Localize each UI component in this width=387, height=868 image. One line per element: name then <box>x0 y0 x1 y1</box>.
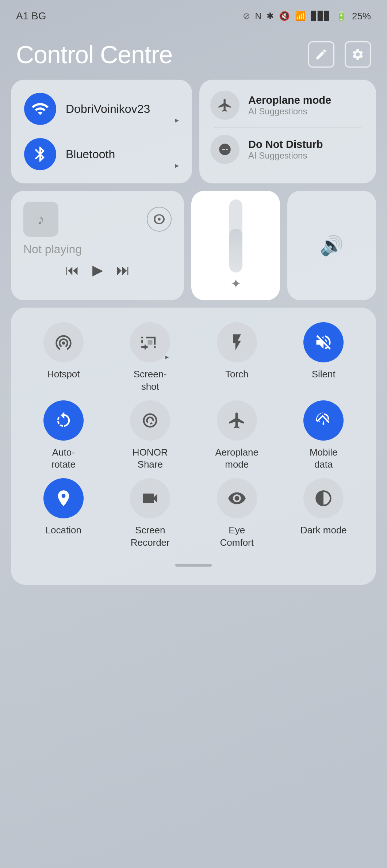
wifi-chevron: ▸ <box>175 115 179 125</box>
divider <box>214 127 361 127</box>
autorotate-icon-circle <box>43 400 84 441</box>
mobiledata-label: Mobiledata <box>310 446 338 471</box>
wifi-icon: 📶 <box>295 11 306 21</box>
brightness-card[interactable]: ✦ <box>191 191 280 300</box>
bluetooth-icon: ✱ <box>267 11 274 21</box>
toggle-eyecomfort[interactable]: EyeComfort <box>195 478 279 549</box>
darkmode-icon-circle <box>303 478 344 518</box>
svg-point-1 <box>158 218 161 221</box>
toggle-mobiledata[interactable]: Mobiledata <box>282 400 365 471</box>
settings-button[interactable] <box>345 41 371 68</box>
toggle-darkmode[interactable]: Dark mode <box>282 478 365 549</box>
toggle-aeroplanemode[interactable]: Aeroplanemode <box>195 400 279 471</box>
eyecomfort-icon-circle <box>217 478 257 518</box>
torch-label: Torch <box>225 368 249 381</box>
wifi-bluetooth-card: DobriVoinikov23 ▸ Bluetooth ▸ <box>11 80 192 183</box>
mobiledata-icon-circle <box>303 400 344 441</box>
control-centre-header: Control Centre <box>0 26 387 80</box>
aeroplane-row[interactable]: Aeroplane mode AI Suggestions <box>210 91 365 120</box>
wifi-name: DobriVoinikov23 <box>66 102 165 116</box>
wifi-icon-circle <box>24 93 56 125</box>
aeroplanemode-label: Aeroplanemode <box>215 446 258 471</box>
middle-row: ♪ Not playing ⏮ ▶ ⏭ ✦ 🔊 <box>0 191 387 300</box>
location-icon-circle <box>43 478 84 518</box>
aeroplane-title: Aeroplane mode <box>248 94 331 107</box>
darkmode-label: Dark mode <box>300 524 347 537</box>
honorshare-label: HONORShare <box>133 446 168 471</box>
eyecomfort-label: EyeComfort <box>220 524 254 549</box>
music-not-playing: Not playing <box>23 243 172 256</box>
edit-button[interactable] <box>308 41 334 68</box>
bluetooth-icon-circle <box>24 138 56 170</box>
hotspot-icon-circle <box>43 322 84 362</box>
page-title: Control Centre <box>16 40 172 69</box>
no-sim-icon: ⊘ <box>243 11 250 21</box>
brightness-bar <box>229 199 242 273</box>
play-button[interactable]: ▶ <box>92 262 103 278</box>
toggle-hotspot[interactable]: Hotspot <box>22 322 105 393</box>
dnd-text: Do Not Disturb AI Suggestions <box>248 138 323 161</box>
screenshot-icon-circle: ▸ <box>130 322 170 362</box>
volume-icon: 🔊 <box>320 235 344 257</box>
music-controls: ⏮ ▶ ⏭ <box>23 262 172 278</box>
battery-icon: 🔋 <box>336 11 347 21</box>
toggle-silent[interactable]: Silent <box>282 322 365 393</box>
bottom-indicator <box>22 556 365 570</box>
top-cards-row: DobriVoinikov23 ▸ Bluetooth ▸ Aeroplane … <box>0 80 387 183</box>
dnd-sub: AI Suggestions <box>248 151 323 161</box>
music-top: ♪ <box>23 202 172 237</box>
wifi-row[interactable]: DobriVoinikov23 ▸ <box>24 93 179 125</box>
autorotate-label: Auto-rotate <box>51 446 76 471</box>
prev-button[interactable]: ⏮ <box>65 262 79 278</box>
aeroplanemode-icon-circle <box>217 400 257 441</box>
aeroplane-text: Aeroplane mode AI Suggestions <box>248 94 331 117</box>
bluetooth-label: Bluetooth <box>66 148 165 161</box>
bottom-bar <box>175 564 212 567</box>
nfc-icon: N <box>255 11 261 21</box>
screenshot-label: Screen-shot <box>134 368 167 393</box>
music-card: ♪ Not playing ⏮ ▶ ⏭ <box>11 191 184 300</box>
screenrecorder-label: ScreenRecorder <box>131 524 170 549</box>
bt-chevron: ▸ <box>175 161 179 170</box>
aeroplane-sub: AI Suggestions <box>248 106 331 117</box>
mute-icon: 🔇 <box>279 11 290 21</box>
toggle-location[interactable]: Location <box>22 478 105 549</box>
silent-icon-circle <box>303 322 344 362</box>
dnd-icon-circle: ) <box>210 135 240 164</box>
dnd-title: Do Not Disturb <box>248 138 323 151</box>
svg-text:): ) <box>224 145 226 153</box>
silent-label: Silent <box>312 368 336 381</box>
brightness-slider-area <box>229 199 242 273</box>
toggle-screenshot[interactable]: ▸ Screen-shot <box>109 322 192 393</box>
next-button[interactable]: ⏭ <box>116 262 130 278</box>
aeroplane-dnd-card: Aeroplane mode AI Suggestions ) Do Not D… <box>199 80 376 183</box>
status-icons: ⊘ N ✱ 🔇 📶 ▊▊▊ 🔋 25% <box>243 11 371 22</box>
location-label: Location <box>46 524 81 537</box>
toggle-torch[interactable]: Torch <box>195 322 279 393</box>
toggle-honorshare[interactable]: HONORShare <box>109 400 192 471</box>
bluetooth-row[interactable]: Bluetooth ▸ <box>24 138 179 170</box>
quick-toggles-grid: Hotspot ▸ Screen-shot Torch Silent Auto-… <box>11 308 376 585</box>
hotspot-label: Hotspot <box>47 368 80 381</box>
screenshot-chevron: ▸ <box>165 353 169 361</box>
screenrecorder-icon-circle <box>130 478 170 518</box>
carrier-text: A1 BG <box>16 10 46 22</box>
status-bar: A1 BG ⊘ N ✱ 🔇 📶 ▊▊▊ 🔋 25% <box>0 0 387 26</box>
toggle-autorotate[interactable]: Auto-rotate <box>22 400 105 471</box>
aeroplane-icon-circle <box>210 91 240 120</box>
header-actions <box>308 41 371 68</box>
torch-icon-circle <box>217 322 257 362</box>
music-ai-icon <box>147 207 172 232</box>
brightness-fill <box>229 229 242 273</box>
signal-icon: ▊▊▊ <box>311 11 331 21</box>
battery-percent: 25% <box>352 11 371 22</box>
music-thumbnail: ♪ <box>23 202 58 237</box>
brightness-icon: ✦ <box>230 276 241 292</box>
volume-card[interactable]: 🔊 <box>287 191 376 300</box>
toggle-screenrecorder[interactable]: ScreenRecorder <box>109 478 192 549</box>
dnd-row[interactable]: ) Do Not Disturb AI Suggestions <box>210 135 365 164</box>
honorshare-icon-circle <box>130 400 170 441</box>
